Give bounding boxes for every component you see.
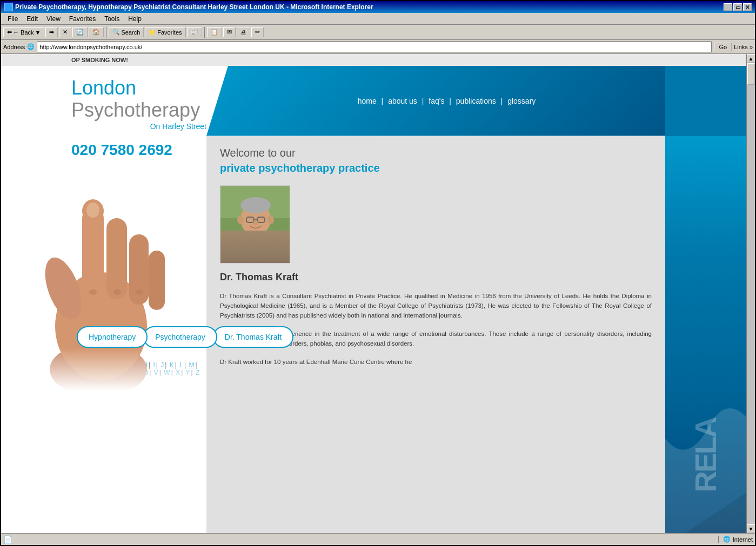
edit-button[interactable]: ✏ (251, 27, 264, 37)
menu-bar: File Edit View Favorites Tools Help (1, 13, 755, 25)
tab-buttons: Hypnotherapy Psychotherapy Dr. Thomas Kr… (6, 326, 206, 348)
header-row: London Psychotherapy On Harley Street ho… (1, 66, 746, 136)
scroll-down-button[interactable]: ▼ (747, 524, 755, 533)
stop-button[interactable]: ✕ (59, 27, 71, 37)
svg-point-23 (237, 215, 244, 224)
toolbar-separator-1 (106, 27, 106, 38)
header-right-decoration (665, 66, 746, 136)
scroll-thumb[interactable] (747, 63, 755, 85)
mail-button[interactable]: ✉ (223, 27, 236, 37)
status-page-icon: 📄 (3, 535, 12, 544)
menu-favorites[interactable]: Favorites (65, 14, 100, 24)
scroll-track[interactable] (747, 63, 755, 524)
svg-point-7 (89, 289, 97, 295)
dr-kraft-tab[interactable]: Dr. Thomas Kraft (213, 326, 294, 348)
go-button[interactable]: Go (714, 43, 732, 51)
print-button[interactable]: 🖨 (237, 28, 250, 37)
hand-image-area (1, 164, 206, 391)
back-label: ← Back (13, 29, 34, 36)
svg-rect-3 (106, 218, 127, 299)
website: OP SMOKING NOW! London Psychotherapy On … (1, 54, 746, 533)
logo-column: London Psychotherapy On Harley Street (1, 66, 206, 136)
back-button[interactable]: ⬅ ← Back ▼ (3, 27, 44, 37)
bio-paragraph-1: Dr Thomas Kraft is a Consultant Psychiat… (220, 291, 652, 321)
svg-point-8 (113, 289, 121, 295)
status-bar: 📄 🌐 Internet (1, 533, 755, 545)
scroll-up-button[interactable]: ▲ (747, 54, 755, 63)
zone-label: Internet (733, 536, 753, 543)
doctor-name: Dr. Thomas Kraft (220, 272, 652, 283)
favorites-icon: ⭐ (149, 29, 156, 36)
webpage: OP SMOKING NOW! London Psychotherapy On … (1, 54, 746, 533)
menu-help[interactable]: Help (124, 14, 146, 24)
home-icon: 🏠 (92, 29, 100, 36)
menu-edit[interactable]: Edit (22, 14, 42, 24)
svg-point-24 (267, 215, 274, 224)
refresh-button[interactable]: 🔄 (72, 27, 88, 37)
sidebar-rela-text: RELA (665, 385, 746, 493)
search-button[interactable]: 🔍 Search (109, 27, 144, 37)
nav-home[interactable]: home (358, 97, 377, 105)
left-sidebar: 020 7580 2692 (1, 136, 206, 533)
psychotherapy-tab[interactable]: Psychotherapy (143, 326, 217, 348)
window-title: Private Psychotherapy, Hypnotherapy Psyc… (15, 3, 373, 11)
media-icon: 📰 (191, 29, 198, 36)
svg-rect-15 (237, 234, 275, 264)
hypnotherapy-tab[interactable]: Hypnotherapy (77, 326, 148, 348)
svg-rect-16 (250, 240, 255, 259)
restore-button[interactable]: ▭ (733, 3, 742, 11)
status-zone: 🌐 Internet (718, 536, 753, 543)
back-icon: ⬅ (7, 29, 12, 36)
logo-harley: On Harley Street (71, 122, 206, 131)
right-sidebar: RELA (665, 136, 746, 533)
links-button[interactable]: Links » (734, 44, 753, 50)
forward-icon: ➡ (49, 29, 54, 36)
forward-button[interactable]: ➡ (45, 27, 58, 37)
vertical-scrollbar: ▲ ▼ (746, 54, 755, 533)
edit-icon: ✏ (255, 29, 260, 36)
logo-london: London (71, 77, 206, 99)
nav-about[interactable]: about us (388, 97, 417, 105)
browser-icon: 🌐 (4, 3, 13, 11)
favorites-button[interactable]: ⭐ Favorites (145, 27, 185, 37)
title-bar-controls[interactable]: _ ▭ ✕ (724, 3, 752, 11)
nav-links: home | about us | faq's | publications |… (355, 97, 539, 105)
search-icon: 🔍 (112, 29, 120, 36)
stop-smoking-ad: OP SMOKING NOW! (71, 57, 128, 63)
svg-point-25 (253, 220, 258, 225)
svg-rect-13 (220, 234, 290, 264)
doctor-photo-svg (220, 186, 290, 264)
svg-rect-5 (149, 251, 165, 310)
browser-window: 🌐 Private Psychotherapy, Hypnotherapy Ps… (0, 0, 756, 546)
svg-point-11 (86, 203, 99, 218)
hand-fade (1, 348, 206, 391)
back-dropdown-icon[interactable]: ▼ (35, 29, 41, 36)
refresh-icon: 🔄 (76, 29, 84, 36)
browser-content: OP SMOKING NOW! London Psychotherapy On … (1, 54, 755, 533)
address-site-icon: 🌐 (27, 43, 35, 50)
history-button[interactable]: 📋 (207, 27, 222, 37)
body-row: 020 7580 2692 (1, 136, 746, 533)
toolbar-separator-2 (204, 27, 205, 38)
phone-number[interactable]: 020 7580 2692 (1, 136, 206, 164)
nav-publications[interactable]: publications (456, 97, 496, 105)
stop-icon: ✕ (63, 29, 68, 36)
media-button[interactable]: 📰 (187, 27, 202, 37)
welcome-subtitle: private psychotherapy practice (220, 162, 652, 174)
menu-file[interactable]: File (3, 14, 22, 24)
nav-faqs[interactable]: faq's (429, 97, 444, 105)
svg-point-9 (136, 289, 143, 295)
svg-point-19 (240, 197, 271, 213)
minimize-button[interactable]: _ (724, 3, 732, 11)
address-bar: Address 🌐 Go Links » (1, 40, 755, 54)
menu-view[interactable]: View (42, 14, 65, 24)
nav-glossary[interactable]: glossary (507, 97, 536, 105)
close-button[interactable]: ✕ (743, 3, 752, 11)
home-button[interactable]: 🏠 (89, 27, 104, 37)
title-bar-left: 🌐 Private Psychotherapy, Hypnotherapy Ps… (4, 3, 373, 11)
favorites-label: Favorites (157, 29, 182, 36)
address-input[interactable] (37, 42, 712, 52)
menu-tools[interactable]: Tools (100, 14, 124, 24)
mail-icon: ✉ (227, 29, 232, 36)
bio-paragraph-3: Dr Kraft worked for 10 years at Edenhall… (220, 357, 652, 367)
